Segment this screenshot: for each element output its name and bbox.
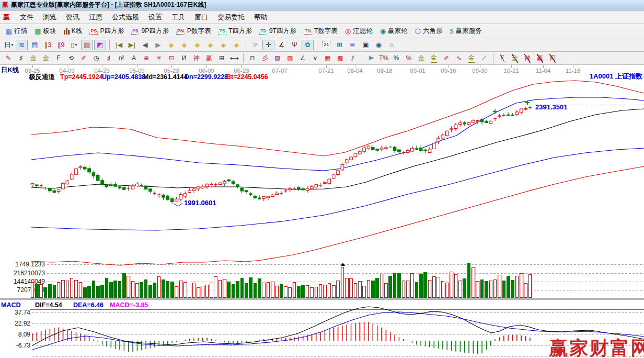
time-cycle-tool[interactable]: ◷ (90, 53, 102, 63)
purple-fan-tool[interactable]: ▨ (272, 53, 283, 63)
box-tool[interactable]: ⊓ (247, 53, 258, 63)
menu-item-help[interactable]: 帮助 (249, 11, 272, 24)
gann-diamond-expand-button[interactable]: ◈ (191, 40, 203, 50)
last-bar-button[interactable]: ▶| (126, 40, 138, 50)
percent-tool[interactable]: % (390, 53, 402, 63)
measure-angle-button[interactable]: ∡ (275, 40, 288, 50)
menu-item-trade-order[interactable]: 交易委托 (213, 11, 249, 24)
menu-item-gann[interactable]: 江恩 (84, 11, 107, 24)
crosshair-button[interactable]: ✛ (262, 40, 274, 50)
angle-mirror-tool[interactable]: A (128, 53, 140, 63)
menu-item-news[interactable]: 资讯 (61, 11, 84, 24)
pencil-tool[interactable]: ✎ (3, 53, 14, 63)
gold-grid2-tool[interactable]: 金 (40, 53, 52, 63)
menu-item-browse[interactable]: 浏览 (38, 11, 61, 24)
pan-tool-button[interactable]: ☞ (249, 40, 261, 50)
gann-diamond-down-button[interactable]: ◈ (231, 40, 243, 50)
v-wave-tool-icon: ∨ (313, 54, 318, 62)
candle-style-dropdown[interactable]: ▯▾ (68, 40, 80, 50)
gann-diamond-left-button[interactable]: ◈ (165, 40, 177, 50)
t9-square-button[interactable]: T99T四方形 (256, 26, 300, 37)
volume-profile-button[interactable]: ◩ (94, 40, 106, 50)
wave-tool[interactable]: ∿ (453, 53, 465, 63)
gann-diamond-compress-button[interactable]: ◈ (204, 40, 216, 50)
p-square-button[interactable]: PSP四方形 (86, 26, 128, 37)
gann-wheel-button[interactable]: ◎江恩轮 (341, 26, 376, 37)
menu-item-settings[interactable]: 设置 (144, 11, 167, 24)
grid-lines-tool[interactable]: ♯ (15, 53, 27, 63)
t-number-table-button[interactable]: TNT数字表 (300, 26, 341, 37)
width-measure-tool-icon: ⟷ (229, 54, 238, 62)
si-angle-tool[interactable]: 四 (547, 53, 558, 63)
fan-square-tool[interactable]: ▧ (284, 53, 296, 63)
menu-item-file[interactable]: 文件 (15, 11, 38, 24)
menu-item-tools[interactable]: 工具 (167, 11, 190, 24)
k-wave-tool[interactable]: И (178, 53, 190, 63)
scale-ruler-tool[interactable]: ⊫ (365, 53, 377, 63)
shen-angle-tool[interactable]: 神 (522, 53, 533, 63)
gann-diamond-up-button[interactable]: ◈ (217, 40, 229, 50)
notes-button[interactable]: ≣ (347, 40, 359, 50)
p9-square-button[interactable]: P99P四方形 (128, 26, 172, 37)
gold-line-tool[interactable]: 金 (428, 53, 440, 63)
t9-square-button-icon: T9 (259, 28, 267, 35)
winner-service-button[interactable]: $赢家服务 (446, 26, 485, 37)
bars-9-button[interactable]: ∥9 (55, 40, 67, 50)
prev-bar-button[interactable]: ◀ (139, 40, 151, 50)
hash-lines-tool[interactable]: ♯ (103, 53, 114, 63)
gold-angle-tool[interactable]: 金 (509, 53, 521, 63)
ying-angle-tool[interactable]: 赢 (534, 53, 546, 63)
ink-brush-tool[interactable]: ✐ (441, 53, 452, 63)
n-square-tool[interactable]: n² (116, 53, 127, 63)
t-square-button[interactable]: TST四方形 (214, 26, 256, 37)
percent-line-tool[interactable]: % (403, 53, 415, 63)
save-button[interactable]: ▣ (360, 40, 372, 50)
sectors-button[interactable]: ▩板块 (31, 26, 60, 37)
chart-canvas[interactable]: 1749.12332162100731441400497207002437.74… (0, 65, 644, 358)
t-percent-tool[interactable]: T% (378, 53, 389, 63)
gold-grid-tool[interactable]: 金 (28, 53, 39, 63)
f-grid-tool[interactable]: F (53, 53, 64, 63)
star-grid-tool[interactable]: ✳ (153, 53, 165, 63)
menu-item-window[interactable]: 窗口 (190, 11, 213, 24)
f-angle-tool[interactable]: F (497, 53, 508, 63)
market-quotes-button[interactable]: ▦行情 (2, 26, 31, 37)
period-day-dropdown[interactable]: 日▾ (3, 40, 15, 50)
bars-3-button[interactable]: ∥3 (42, 40, 54, 50)
number-grid-tool[interactable]: ⊞ (216, 53, 227, 63)
v-wave-tool[interactable]: ∨ (309, 53, 321, 63)
kline-button[interactable]: K线 (60, 26, 86, 37)
chart-overlay-button[interactable]: ≋ (16, 40, 28, 50)
square-grid-tool[interactable]: ⊡ (166, 53, 177, 63)
pattern-button[interactable]: ▨ (81, 40, 93, 50)
target-circle-tool[interactable]: ⊕ (141, 53, 152, 63)
shen-grid-tool[interactable]: 神 (191, 53, 202, 63)
gold-circle-tool[interactable]: 金 (416, 53, 427, 63)
trend-angle-tool[interactable]: ∠ (297, 53, 308, 63)
winner-wheel-button[interactable]: ◉赢家轮 (376, 26, 411, 37)
calendar-button[interactable]: 21 (320, 40, 332, 50)
width-measure-tool[interactable]: ⟷ (228, 53, 240, 63)
spiral-tool[interactable]: ⟲ (65, 53, 77, 63)
gann-tool-button[interactable]: Ψ (289, 40, 301, 50)
red-grid-tool[interactable]: ▦ (322, 53, 334, 63)
next-bar-button[interactable]: ▶ (152, 40, 164, 50)
workstation-button[interactable]: ⌂ (386, 40, 398, 50)
export-button[interactable]: ◉ (373, 40, 385, 50)
info-panel-button[interactable]: ▤ (29, 40, 41, 50)
pattern-recognition-button[interactable]: ✿ (302, 40, 314, 50)
gann-diamond-right-button[interactable]: ◈ (178, 40, 190, 50)
svg-text:09-16: 09-16 (441, 68, 456, 74)
calculator-button[interactable]: ⊞ (334, 40, 346, 50)
first-bar-button[interactable]: |◀ (113, 40, 125, 50)
ying-grid-tool[interactable]: 赢 (203, 53, 215, 63)
grid-arrow-tool[interactable]: ▩ (335, 53, 346, 63)
menu-item-formula-stock-pick[interactable]: 公式选股 (107, 11, 144, 24)
j-angle-tool[interactable]: ⟋ (478, 53, 490, 63)
p-number-table-button[interactable]: PNP数字表 (172, 26, 214, 37)
parallel-lines-tool[interactable]: ⫽ (347, 53, 359, 63)
fan-lines-tool[interactable]: 彡 (259, 53, 271, 63)
red-pencil-tool[interactable]: ✐ (78, 53, 89, 63)
hexagon-button[interactable]: ⬡六角形 (411, 26, 446, 37)
gold-red-line-tool[interactable]: 金 (466, 53, 477, 63)
